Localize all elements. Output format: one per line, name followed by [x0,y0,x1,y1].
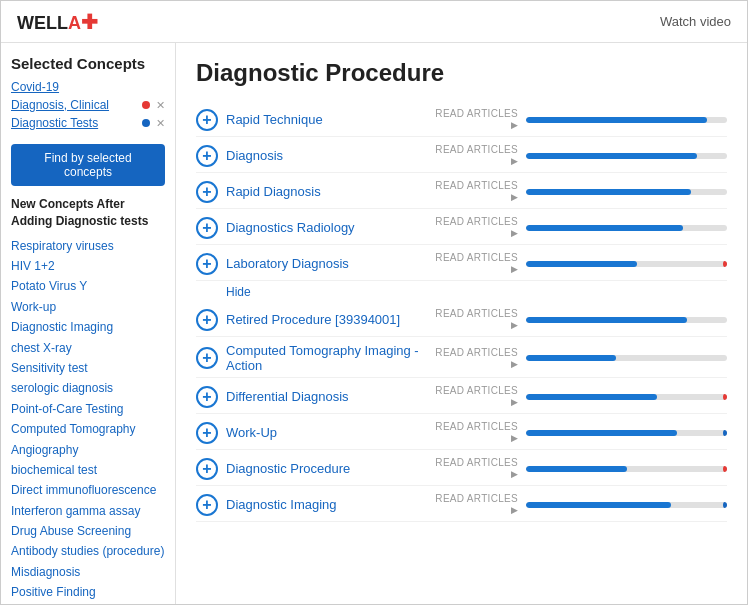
procedure-row: +Rapid TechniqueREAD ARTICLES▶ [196,103,727,137]
procedure-add-button[interactable]: + [196,458,218,480]
selected-concept-covid: Covid-19 [11,80,165,94]
bar-fill [526,355,616,361]
read-articles-button[interactable]: READ ARTICLES▶ [426,252,526,275]
procedure-add-button[interactable]: + [196,309,218,331]
concept-diagnosis-clinical-dot [142,101,150,109]
concept-link[interactable]: Respiratory viruses [11,236,165,256]
concept-link[interactable]: Drug Abuse Screening [11,521,165,541]
read-articles-button[interactable]: READ ARTICLES▶ [426,493,526,516]
procedure-add-button[interactable]: + [196,347,218,369]
bar-area [526,317,727,323]
read-articles-button[interactable]: READ ARTICLES▶ [426,421,526,444]
concept-diagnostic-tests-link[interactable]: Diagnostic Tests [11,116,138,130]
bar-fill [526,153,697,159]
procedures-list-1: +Rapid TechniqueREAD ARTICLES▶+Diagnosis… [196,103,727,281]
procedure-add-button[interactable]: + [196,217,218,239]
bar-area [526,261,727,267]
watch-video-link[interactable]: Watch video [660,14,731,29]
procedure-name[interactable]: Rapid Diagnosis [226,184,426,199]
read-articles-button[interactable]: READ ARTICLES▶ [426,144,526,167]
bar-dot-red [723,261,727,267]
concept-link[interactable]: Sensitivity test [11,358,165,378]
bar-background [526,317,727,323]
procedure-name[interactable]: Rapid Technique [226,112,426,127]
bar-area [526,394,727,400]
concept-link[interactable]: Antibody studies (procedure) [11,541,165,561]
sidebar: Selected Concepts Covid-19 Diagnosis, Cl… [1,43,176,605]
concept-covid-link[interactable]: Covid-19 [11,80,165,94]
procedure-name[interactable]: Diagnosis [226,148,426,163]
procedure-row: +Rapid DiagnosisREAD ARTICLES▶ [196,175,727,209]
bar-fill [526,466,627,472]
logo-ai: A [68,13,81,33]
bar-dot-red [723,466,727,472]
bar-area [526,430,727,436]
procedure-add-button[interactable]: + [196,109,218,131]
bar-fill [526,317,687,323]
concept-link[interactable]: Point-of-Care Testing [11,399,165,419]
procedure-name[interactable]: Diagnostics Radiology [226,220,426,235]
concept-link[interactable]: biochemical test [11,460,165,480]
main-content: Diagnostic Procedure +Rapid TechniqueREA… [176,43,747,605]
concept-link[interactable]: chest X-ray [11,338,165,358]
bar-area [526,189,727,195]
logo: WELLA✚ [17,10,98,34]
concept-link[interactable]: Interferon gamma assay [11,501,165,521]
concept-link[interactable]: Potato Virus Y [11,276,165,296]
bar-dot-blue [723,502,727,508]
procedure-add-button[interactable]: + [196,422,218,444]
bar-area [526,153,727,159]
bar-background [526,430,727,436]
bar-area [526,502,727,508]
bar-fill [526,189,691,195]
find-by-selected-concepts-button[interactable]: Find by selected concepts [11,144,165,186]
read-articles-button[interactable]: READ ARTICLES▶ [426,108,526,131]
procedure-name[interactable]: Diagnostic Imaging [226,497,426,512]
bar-fill [526,225,683,231]
procedure-name[interactable]: Work-Up [226,425,426,440]
procedure-name[interactable]: Retired Procedure [39394001] [226,312,426,327]
bar-dot-red [723,394,727,400]
hide-link[interactable]: Hide [226,285,727,299]
read-articles-button[interactable]: READ ARTICLES▶ [426,347,526,370]
read-articles-button[interactable]: READ ARTICLES▶ [426,180,526,203]
logo-well: WELL [17,13,68,33]
procedure-name[interactable]: Laboratory Diagnosis [226,256,426,271]
procedure-add-button[interactable]: + [196,253,218,275]
procedure-row: +Computed Tomography Imaging - ActionREA… [196,339,727,378]
bar-background [526,153,727,159]
selected-concept-diagnostic-tests: Diagnostic Tests ✕ [11,116,165,130]
procedure-row: +Diagnostic ImagingREAD ARTICLES▶ [196,488,727,522]
bar-background [526,261,727,267]
bar-area [526,117,727,123]
procedure-name[interactable]: Differential Diagnosis [226,389,426,404]
concept-link[interactable]: Positive Finding [11,582,165,602]
concept-link[interactable]: Computed Tomography Angiography [11,419,165,460]
concept-diagnosis-clinical-close[interactable]: ✕ [156,99,165,112]
read-articles-button[interactable]: READ ARTICLES▶ [426,457,526,480]
concept-link[interactable]: Work-up [11,297,165,317]
concept-diagnosis-clinical-link[interactable]: Diagnosis, Clinical [11,98,138,112]
read-articles-button[interactable]: READ ARTICLES▶ [426,216,526,239]
procedure-add-button[interactable]: + [196,386,218,408]
layout: Selected Concepts Covid-19 Diagnosis, Cl… [1,43,747,605]
new-concepts-list: Respiratory virusesHIV 1+2Potato Virus Y… [11,236,165,605]
read-articles-button[interactable]: READ ARTICLES▶ [426,308,526,331]
concept-link[interactable]: serologic diagnosis [11,378,165,398]
bar-background [526,355,727,361]
concept-link[interactable]: HIV 1+2 [11,256,165,276]
procedure-add-button[interactable]: + [196,145,218,167]
read-articles-button[interactable]: READ ARTICLES▶ [426,385,526,408]
procedure-row: +Diagnostics RadiologyREAD ARTICLES▶ [196,211,727,245]
procedures-list-2: +Retired Procedure [39394001]READ ARTICL… [196,303,727,522]
concept-link[interactable]: Misdiagnosis [11,562,165,582]
concept-link[interactable]: Diagnostic Imaging [11,317,165,337]
procedure-row: +Differential DiagnosisREAD ARTICLES▶ [196,380,727,414]
concept-link[interactable]: Direct immunofluorescence [11,480,165,500]
bar-fill [526,261,637,267]
procedure-name[interactable]: Diagnostic Procedure [226,461,426,476]
procedure-add-button[interactable]: + [196,494,218,516]
procedure-name[interactable]: Computed Tomography Imaging - Action [226,343,426,373]
concept-diagnostic-tests-close[interactable]: ✕ [156,117,165,130]
procedure-add-button[interactable]: + [196,181,218,203]
